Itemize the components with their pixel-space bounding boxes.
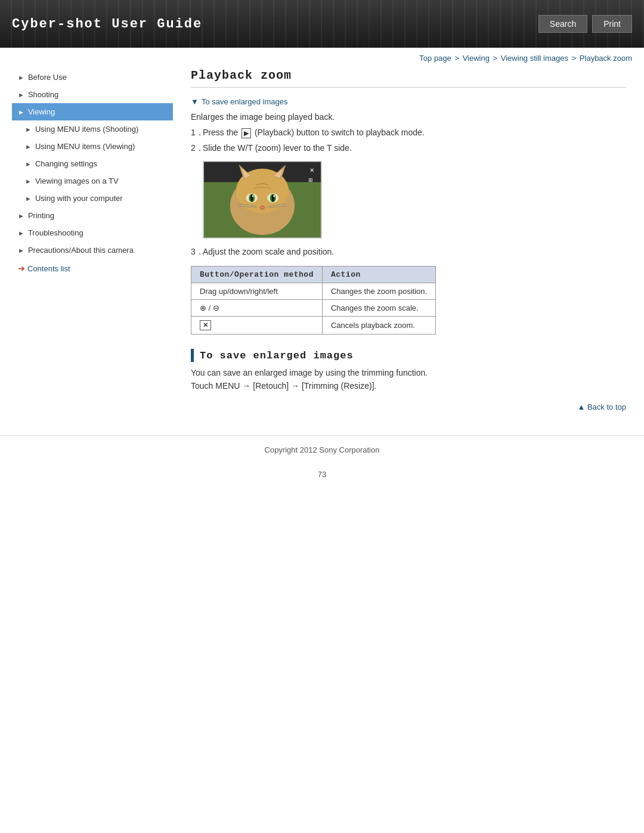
breadcrumb-viewing[interactable]: Viewing bbox=[463, 54, 490, 63]
footer: Copyright 2012 Sony Corporation bbox=[0, 435, 644, 464]
sidebar-label-menu-shooting: Using MENU items (Shooting) bbox=[35, 125, 138, 134]
step-3: 3． Adjust the zoom scale and position. bbox=[191, 247, 626, 256]
sidebar-item-shooting[interactable]: ► Shooting bbox=[12, 86, 173, 103]
table-cell-action-zoom: Changes the zoom scale. bbox=[322, 300, 435, 317]
main-layout: ► Before Use ► Shooting ► Viewing ► Usin… bbox=[0, 69, 644, 435]
contents-list-link[interactable]: ➔ Contents list bbox=[12, 259, 173, 278]
sidebar-item-viewing-tv[interactable]: ► Viewing images on a TV bbox=[12, 172, 173, 190]
playback-button-icon: ▶ bbox=[242, 128, 251, 138]
page-title: Playback zoom bbox=[191, 69, 626, 88]
sidebar-item-precautions[interactable]: ► Precautions/About this camera bbox=[12, 241, 173, 259]
section2-title: To save enlarged images bbox=[200, 350, 354, 361]
arrow-icon-troubleshooting: ► bbox=[18, 230, 24, 237]
breadcrumb-sep-2: > bbox=[493, 54, 500, 63]
svg-text:✕: ✕ bbox=[309, 167, 314, 174]
sidebar-item-changing-settings[interactable]: ► Changing settings bbox=[12, 155, 173, 172]
back-to-top-label: Back to top bbox=[587, 402, 626, 411]
step-3-num: 3． bbox=[191, 247, 204, 258]
steps-list: 1． Press the ▶ (Playback) button to swit… bbox=[191, 128, 626, 153]
table-row-cancel: ✕ Cancels playback zoom. bbox=[191, 317, 436, 335]
arrow-icon-using-computer: ► bbox=[25, 195, 32, 202]
header: Cyber-shot User Guide Search Print bbox=[0, 0, 644, 48]
arrow-icon-shooting: ► bbox=[18, 91, 24, 98]
svg-point-14 bbox=[252, 196, 254, 197]
section-link-label: To save enlarged images bbox=[202, 97, 288, 106]
table-row-zoom: ⊕ / ⊖ Changes the zoom scale. bbox=[191, 300, 436, 317]
back-to-top-link[interactable]: ▲ Back to top bbox=[577, 402, 626, 411]
camera-image: ✕ ⊞ bbox=[203, 161, 322, 239]
table-header-action: Action bbox=[322, 267, 435, 283]
steps-list-2: 3． Adjust the zoom scale and position. bbox=[191, 247, 626, 256]
sidebar-label-before-use: Before Use bbox=[28, 73, 67, 82]
page-number: 73 bbox=[0, 464, 644, 485]
table-cell-method-cancel: ✕ bbox=[191, 317, 323, 335]
step-1: 1． Press the ▶ (Playback) button to swit… bbox=[191, 128, 626, 138]
sidebar-item-menu-shooting[interactable]: ► Using MENU items (Shooting) bbox=[12, 120, 173, 138]
app-title: Cyber-shot User Guide bbox=[12, 17, 202, 32]
sidebar-item-troubleshooting[interactable]: ► Troubleshooting bbox=[12, 224, 173, 241]
section2-body2: Touch MENU → [Retouch] → [Trimming (Resi… bbox=[191, 381, 626, 391]
arrow-icon-viewing: ► bbox=[18, 109, 24, 116]
sidebar: ► Before Use ► Shooting ► Viewing ► Usin… bbox=[12, 69, 173, 417]
header-buttons: Search Print bbox=[538, 15, 632, 33]
table-cell-action-drag: Changes the zoom position. bbox=[322, 283, 435, 300]
breadcrumb-playback-zoom[interactable]: Playback zoom bbox=[580, 54, 632, 63]
step-1-num: 1． bbox=[191, 128, 204, 138]
table-cell-method-zoom: ⊕ / ⊖ bbox=[191, 300, 323, 317]
print-button[interactable]: Print bbox=[592, 15, 632, 33]
back-to-top-row: ▲ Back to top bbox=[191, 402, 626, 411]
arrow-icon-before-use: ► bbox=[18, 74, 24, 81]
breadcrumb-sep-3: > bbox=[572, 54, 578, 63]
step-2: 2． Slide the W/T (zoom) lever to the T s… bbox=[191, 143, 626, 153]
sidebar-item-menu-viewing[interactable]: ► Using MENU items (Viewing) bbox=[12, 138, 173, 155]
breadcrumb: Top page > Viewing > Viewing still image… bbox=[0, 48, 644, 69]
sidebar-label-troubleshooting: Troubleshooting bbox=[28, 228, 83, 237]
cancel-icon: ✕ bbox=[200, 320, 211, 330]
sidebar-item-viewing[interactable]: ► Viewing bbox=[12, 103, 173, 120]
zoom-out-icon: ⊖ bbox=[213, 304, 219, 312]
operation-table: Button/Operation method Action Drag up/d… bbox=[191, 266, 436, 335]
section2-body1: You can save an enlarged image by using … bbox=[191, 368, 626, 377]
zoom-in-icon: ⊕ bbox=[200, 304, 206, 312]
breadcrumb-sep-1: > bbox=[454, 54, 461, 63]
section2-heading: To save enlarged images bbox=[191, 349, 626, 362]
sidebar-label-menu-viewing: Using MENU items (Viewing) bbox=[35, 142, 135, 151]
sidebar-label-using-computer: Using with your computer bbox=[35, 194, 123, 203]
arrow-icon-printing: ► bbox=[18, 212, 24, 219]
arrow-icon-viewing-tv: ► bbox=[25, 178, 32, 185]
triangle-down-icon: ▼ bbox=[191, 97, 199, 106]
arrow-icon-precautions: ► bbox=[18, 247, 24, 254]
arrow-icon-menu-viewing: ► bbox=[25, 143, 32, 150]
breadcrumb-top[interactable]: Top page bbox=[419, 54, 451, 63]
sidebar-item-printing[interactable]: ► Printing bbox=[12, 207, 173, 224]
breadcrumb-still-images[interactable]: Viewing still images bbox=[501, 54, 568, 63]
footer-copyright: Copyright 2012 Sony Corporation bbox=[265, 445, 380, 454]
table-header-method: Button/Operation method bbox=[191, 267, 323, 283]
arrow-icon-changing-settings: ► bbox=[25, 160, 32, 168]
svg-point-15 bbox=[273, 196, 275, 197]
intro-text: Enlarges the image being played back. bbox=[191, 112, 626, 122]
sidebar-label-viewing-tv: Viewing images on a TV bbox=[35, 176, 119, 185]
section-link-save-images[interactable]: ▼ To save enlarged images bbox=[191, 97, 626, 106]
contents-list-label: Contents list bbox=[27, 264, 70, 273]
table-cell-action-cancel: Cancels playback zoom. bbox=[322, 317, 435, 335]
table-cell-method-drag: Drag up/down/right/left bbox=[191, 283, 323, 300]
sidebar-label-precautions: Precautions/About this camera bbox=[28, 246, 134, 255]
content-area: Playback zoom ▼ To save enlarged images … bbox=[185, 69, 632, 417]
sidebar-label-shooting: Shooting bbox=[28, 90, 58, 99]
table-row-drag: Drag up/down/right/left Changes the zoom… bbox=[191, 283, 436, 300]
step-2-num: 2． bbox=[191, 143, 204, 154]
svg-text:⊞: ⊞ bbox=[308, 177, 313, 183]
sidebar-label-changing-settings: Changing settings bbox=[35, 159, 97, 168]
search-button[interactable]: Search bbox=[538, 15, 587, 33]
sidebar-item-before-use[interactable]: ► Before Use bbox=[12, 69, 173, 86]
sidebar-label-viewing: Viewing bbox=[28, 107, 55, 116]
sidebar-label-printing: Printing bbox=[28, 211, 54, 220]
sidebar-item-using-computer[interactable]: ► Using with your computer bbox=[12, 190, 173, 207]
arrow-icon-menu-shooting: ► bbox=[25, 126, 32, 133]
arrow-right-icon: ➔ bbox=[18, 264, 25, 273]
section-heading-bar bbox=[191, 349, 194, 362]
